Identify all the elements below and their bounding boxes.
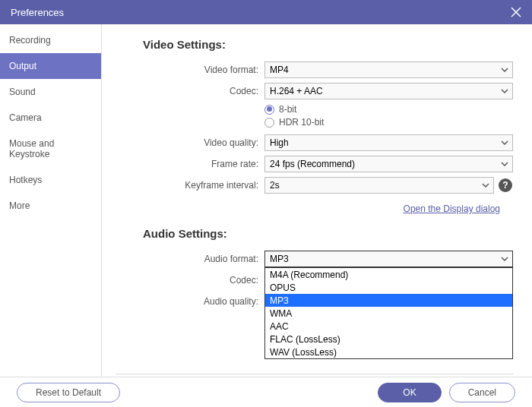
video-format-label: Video format:	[143, 65, 264, 75]
codec-label: Codec:	[143, 86, 264, 96]
sidebar-item-camera[interactable]: Camera	[0, 105, 101, 131]
sidebar-item-mouse-keystroke[interactable]: Mouse and Keystroke	[0, 131, 101, 167]
dropdown-option-wav[interactable]: WAV (LossLess)	[265, 345, 512, 358]
sidebar-item-recording[interactable]: Recording	[0, 27, 101, 53]
main-panel: Video Settings: Video format: Codec: 8-b…	[102, 24, 532, 377]
codec-select[interactable]	[264, 83, 513, 99]
sidebar-item-more[interactable]: More	[0, 193, 101, 219]
dropdown-option-m4a[interactable]: M4A (Recommend)	[265, 268, 512, 281]
audio-quality-label: Audio quality:	[143, 296, 264, 307]
audio-codec-label: Codec:	[143, 275, 264, 286]
video-quality-label: Video quality:	[143, 137, 264, 148]
video-settings-title: Video Settings:	[143, 38, 514, 51]
dropdown-option-wma[interactable]: WMA	[265, 307, 512, 320]
help-icon[interactable]: ?	[499, 178, 512, 192]
radio-icon	[264, 118, 274, 128]
sidebar-item-output[interactable]: Output	[0, 53, 101, 79]
dropdown-option-mp3[interactable]: MP3	[265, 294, 512, 307]
sidebar-item-sound[interactable]: Sound	[0, 79, 101, 105]
radio-8bit[interactable]: 8-bit	[264, 104, 514, 115]
radio-hdr[interactable]: HDR 10-bit	[264, 117, 514, 128]
radio-icon	[264, 105, 274, 115]
dropdown-option-flac[interactable]: FLAC (LossLess)	[265, 333, 512, 345]
reset-button[interactable]: Reset to Default	[17, 383, 120, 402]
video-format-select[interactable]	[264, 62, 513, 78]
dropdown-option-opus[interactable]: OPUS	[265, 281, 512, 294]
dropdown-option-aac[interactable]: AAC	[265, 320, 512, 333]
sidebar: Recording Output Sound Camera Mouse and …	[0, 24, 102, 377]
audio-settings-title: Audio Settings:	[143, 227, 514, 240]
titlebar: Preferences	[0, 0, 532, 24]
video-quality-select[interactable]	[264, 134, 513, 151]
close-icon[interactable]	[511, 7, 521, 17]
ok-button[interactable]: OK	[378, 383, 441, 402]
display-dialog-link[interactable]: Open the Display dialog	[404, 204, 500, 214]
cancel-button[interactable]: Cancel	[449, 383, 515, 402]
audio-format-dropdown: M4A (Recommend) OPUS MP3 WMA AAC FLAC (L…	[264, 267, 513, 359]
keyframe-select[interactable]	[264, 177, 494, 194]
footer: Reset to Default OK Cancel	[0, 377, 532, 407]
sidebar-item-hotkeys[interactable]: Hotkeys	[0, 167, 101, 193]
audio-format-select[interactable]	[264, 251, 513, 267]
audio-format-label: Audio format:	[143, 254, 264, 264]
window-title: Preferences	[11, 7, 64, 18]
keyframe-label: Keyframe interval:	[143, 180, 264, 191]
frame-rate-select[interactable]	[264, 156, 513, 172]
frame-rate-label: Frame rate:	[143, 159, 264, 169]
